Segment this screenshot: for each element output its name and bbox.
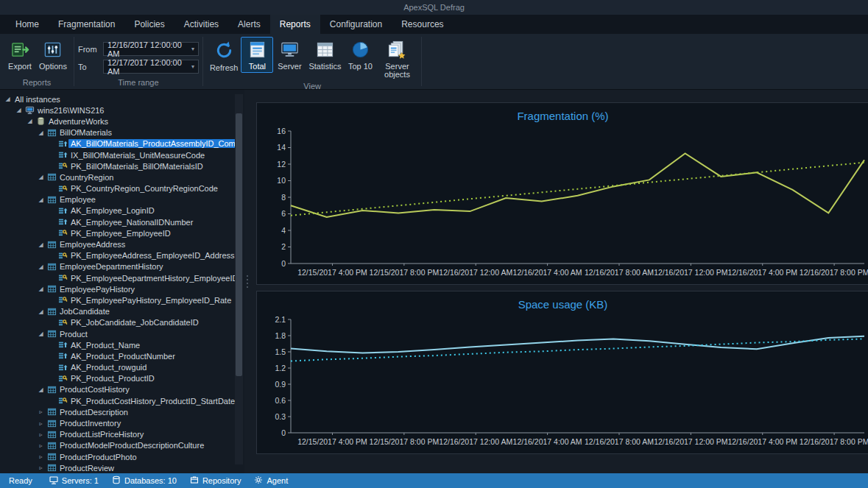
svg-text:12/16/2017 8:00 PM: 12/16/2017 8:00 PM bbox=[800, 268, 868, 277]
primary-key-icon bbox=[57, 273, 68, 283]
tab-activities[interactable]: Activities bbox=[174, 15, 228, 34]
tree-item[interactable]: AK_BillOfMaterials_ProductAssemblyID_Com… bbox=[0, 138, 244, 149]
expander-closed-icon[interactable]: ▹ bbox=[36, 420, 46, 427]
tree-item[interactable]: PK_JobCandidate_JobCandidateID bbox=[0, 317, 244, 328]
expander-closed-icon[interactable]: ▹ bbox=[36, 453, 46, 460]
status-item-label: Servers: 1 bbox=[62, 473, 99, 488]
tree-item[interactable]: ▹ProductDescription bbox=[0, 406, 244, 417]
tree-item[interactable]: AK_Product_ProductNumber bbox=[0, 350, 244, 361]
expander-open-icon[interactable]: ◢ bbox=[36, 197, 46, 203]
tree-item[interactable]: ◢wins216\WINS216 bbox=[0, 105, 244, 116]
statistics-grid-icon bbox=[315, 40, 335, 61]
expander-closed-icon[interactable]: ▹ bbox=[36, 442, 46, 449]
tree-item[interactable]: ▹ProductProductPhoto bbox=[0, 451, 244, 462]
chevron-down-icon[interactable]: ▾ bbox=[191, 46, 194, 52]
tree-item[interactable]: PK_ProductCostHistory_ProductID_StartDat… bbox=[0, 395, 244, 406]
tree-item[interactable]: ◢EmployeePayHistory bbox=[0, 283, 244, 294]
tree-item[interactable]: ◢BillOfMaterials bbox=[0, 127, 244, 138]
tree-item[interactable]: ◢All instances bbox=[0, 93, 244, 105]
expander-open-icon[interactable]: ◢ bbox=[36, 264, 46, 270]
refresh-button[interactable]: Refresh bbox=[207, 37, 241, 74]
tab-alerts[interactable]: Alerts bbox=[228, 15, 270, 34]
tree-item[interactable]: AK_Employee_LoginID bbox=[0, 205, 244, 216]
tree-item[interactable]: ▹ProductInventory bbox=[0, 417, 244, 428]
expander-open-icon[interactable]: ◢ bbox=[36, 330, 46, 337]
expander-closed-icon[interactable]: ▹ bbox=[36, 464, 46, 471]
panel-splitter[interactable] bbox=[244, 90, 250, 473]
tree-item[interactable]: ◢Product bbox=[0, 328, 244, 339]
expander-open-icon[interactable]: ◢ bbox=[14, 107, 24, 113]
tree-item[interactable]: AK_Employee_NationalIDNumber bbox=[0, 216, 244, 227]
tree-item[interactable]: ◢EmployeeDepartmentHistory bbox=[0, 261, 244, 272]
tree-item-label: PK_BillOfMaterials_BillOfMaterialsID bbox=[68, 162, 205, 171]
tree-item[interactable]: ◢JobCandidate bbox=[0, 306, 244, 317]
expander-open-icon[interactable]: ◢ bbox=[36, 286, 46, 292]
view-server-button[interactable]: Server bbox=[273, 37, 306, 73]
expander-open-icon[interactable]: ◢ bbox=[36, 386, 46, 393]
options-button[interactable]: Options bbox=[36, 37, 70, 73]
tree-item[interactable]: PK_BillOfMaterials_BillOfMaterialsID bbox=[0, 160, 244, 171]
expander-open-icon[interactable]: ◢ bbox=[36, 174, 46, 180]
tree-item[interactable]: AK_Product_rowguid bbox=[0, 362, 244, 373]
primary-key-icon bbox=[57, 228, 68, 238]
index-icon bbox=[57, 206, 68, 216]
tab-configuration[interactable]: Configuration bbox=[320, 15, 392, 34]
tree-item[interactable]: PK_Employee_EmployeeID bbox=[0, 227, 244, 238]
tab-reports[interactable]: Reports bbox=[270, 15, 320, 34]
ribbon-group-reports: Export Options Reports bbox=[0, 34, 74, 89]
titlebar[interactable]: ApexSQL Defrag bbox=[0, 0, 868, 15]
tree-item[interactable]: ◢CountryRegion bbox=[0, 171, 244, 183]
tree-item[interactable]: ▹ProductListPriceHistory bbox=[0, 429, 244, 440]
tree-item[interactable]: ◢AdventureWorks bbox=[0, 116, 244, 127]
svg-text:12/16/2017 12:00 AM: 12/16/2017 12:00 AM bbox=[439, 437, 512, 446]
svg-text:1.2: 1.2 bbox=[275, 364, 286, 372]
table-icon bbox=[46, 430, 57, 439]
primary-key-icon bbox=[57, 161, 68, 171]
tree-item-label: ProductDescription bbox=[57, 408, 130, 417]
tree-item-label: All instances bbox=[13, 95, 63, 104]
svg-text:12/16/2017 4:00 AM: 12/16/2017 4:00 AM bbox=[513, 437, 582, 446]
tree-item[interactable]: PK_CountryRegion_CountryRegionCode bbox=[0, 183, 244, 194]
view-statistics-button[interactable]: Statistics bbox=[306, 37, 344, 73]
from-date-input[interactable]: 12/16/2017 12:00:00 AM ▾ bbox=[103, 42, 199, 56]
tree-item[interactable]: PK_EmployeeDepartmentHistory_EmployeeID bbox=[0, 272, 244, 283]
tree-item[interactable]: PK_EmployeePayHistory_EmployeeID_Rate bbox=[0, 294, 244, 305]
tree-item[interactable]: IX_BillOfMaterials_UnitMeasureCode bbox=[0, 149, 244, 160]
tree-item-label: AdventureWorks bbox=[46, 117, 110, 126]
export-button[interactable]: Export bbox=[4, 37, 36, 73]
tree-item[interactable]: PK_Product_ProductID bbox=[0, 373, 244, 384]
tree-item-label: Product bbox=[57, 330, 90, 339]
tree-item[interactable]: ▹ProductModelProductDescriptionCulture bbox=[0, 440, 244, 451]
expander-closed-icon[interactable]: ▹ bbox=[36, 431, 46, 438]
tree-item[interactable]: ◢Employee bbox=[0, 194, 244, 205]
space-usage-chart-plot: 00.30.60.91.21.51.82.112/15/2017 4:00 PM… bbox=[257, 314, 868, 453]
tab-resources[interactable]: Resources bbox=[392, 15, 453, 34]
tab-home[interactable]: Home bbox=[6, 15, 49, 34]
tree-item[interactable]: AK_Product_Name bbox=[0, 339, 244, 350]
tree-scrollbar[interactable] bbox=[235, 94, 243, 464]
svg-text:0: 0 bbox=[281, 428, 286, 437]
tab-fragmentation[interactable]: Fragmentation bbox=[49, 15, 124, 34]
tree-item[interactable]: ◢EmployeeAddress bbox=[0, 238, 244, 250]
tree-item[interactable]: ▹ProductReview bbox=[0, 462, 244, 473]
expander-open-icon[interactable]: ◢ bbox=[36, 130, 46, 136]
view-total-button[interactable]: Total bbox=[241, 37, 273, 73]
view-top10-button[interactable]: Top 10 bbox=[344, 37, 376, 73]
to-date-input[interactable]: 12/17/2017 12:00:00 AM ▾ bbox=[103, 60, 199, 74]
tab-policies[interactable]: Policies bbox=[124, 15, 174, 34]
tree-item[interactable]: ◢ProductCostHistory bbox=[0, 384, 244, 395]
expander-open-icon[interactable]: ◢ bbox=[25, 118, 35, 124]
chevron-down-icon[interactable]: ▾ bbox=[191, 63, 194, 70]
tree-item-label: AK_Product_rowguid bbox=[68, 363, 149, 372]
tree-scrollbar-thumb[interactable] bbox=[236, 113, 242, 376]
expander-open-icon[interactable]: ◢ bbox=[3, 96, 13, 102]
index-icon bbox=[57, 340, 68, 350]
expander-open-icon[interactable]: ◢ bbox=[36, 308, 46, 315]
expander-closed-icon[interactable]: ▹ bbox=[36, 409, 46, 415]
expander-open-icon[interactable]: ◢ bbox=[36, 241, 46, 248]
ribbon-separator bbox=[421, 37, 422, 86]
ribbon-group-view: Refresh Total Server Statistics Top 10 bbox=[203, 34, 422, 89]
tree-item-label: AK_Employee_LoginID bbox=[68, 206, 157, 215]
tree-item[interactable]: PK_EmployeeAddress_EmployeeID_AddressID bbox=[0, 250, 244, 261]
view-server-objects-button[interactable]: Server objects bbox=[376, 37, 417, 81]
